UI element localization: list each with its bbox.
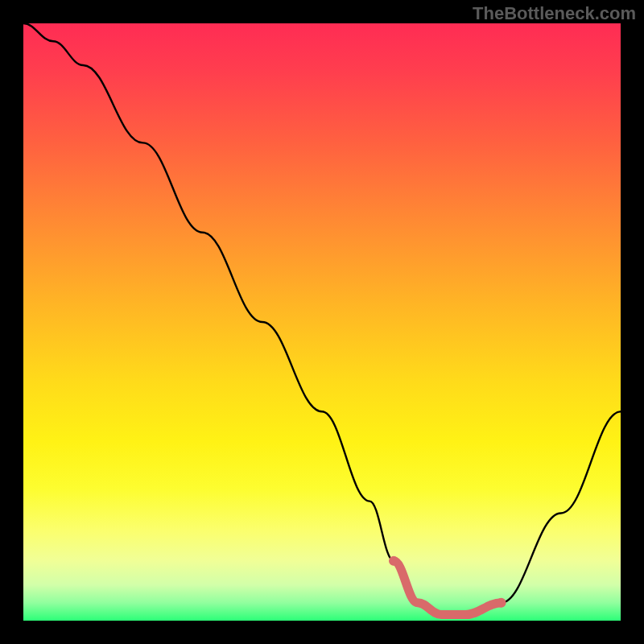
attribution-text: TheBottleneck.com — [473, 3, 636, 24]
highlight-endpoint — [389, 556, 398, 566]
plot-area — [23, 23, 621, 621]
optimal-range-highlight — [394, 561, 502, 615]
bottleneck-chart — [23, 23, 621, 621]
chart-layer — [23, 23, 621, 615]
highlight-endpoint — [497, 598, 506, 608]
curve-line — [23, 23, 621, 615]
